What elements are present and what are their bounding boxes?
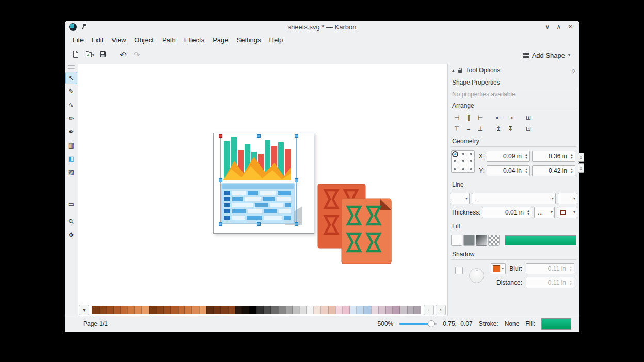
menu-view[interactable]: View: [107, 35, 130, 45]
palette-swatch[interactable]: [164, 306, 171, 314]
pan-tool[interactable]: ✥: [65, 228, 77, 241]
pencil-tool[interactable]: ✏: [65, 112, 77, 124]
join-style-combo[interactable]: ▾: [557, 207, 577, 218]
spin-down-icon[interactable]: ▾: [525, 156, 527, 159]
palette-swatch[interactable]: [285, 306, 293, 314]
spin-down-icon[interactable]: ▾: [525, 171, 527, 174]
line-end-marker-combo[interactable]: ▾: [558, 193, 577, 204]
palette-swatch[interactable]: [407, 306, 414, 314]
menu-object[interactable]: Object: [130, 35, 158, 45]
line-start-marker-combo[interactable]: ▾: [450, 193, 470, 204]
minimize-button[interactable]: ∨: [543, 23, 552, 31]
palette-swatch[interactable]: [206, 306, 214, 314]
fill-color-bar[interactable]: [505, 235, 576, 245]
palette-prev-button[interactable]: ‹: [424, 305, 434, 315]
redo-button[interactable]: ↷: [131, 48, 143, 62]
menu-edit[interactable]: Edit: [88, 35, 107, 45]
anchor-point[interactable]: [454, 160, 456, 162]
palette-next-button[interactable]: ›: [436, 305, 446, 315]
pattern-editing-tool[interactable]: ▦: [65, 139, 77, 151]
palette-swatch[interactable]: [178, 306, 185, 314]
anchor-point[interactable]: [462, 168, 464, 170]
palette-swatch[interactable]: [171, 306, 178, 314]
docker-collapse-icon[interactable]: ▴: [452, 68, 455, 73]
palette-swatch[interactable]: [393, 306, 400, 314]
docker-float-icon[interactable]: ◇: [571, 68, 575, 73]
fill-none-button[interactable]: [451, 235, 462, 246]
spin-arrows[interactable]: ▴▾: [525, 207, 532, 218]
palette-swatch[interactable]: [256, 306, 264, 314]
shadow-angle-dial[interactable]: [469, 268, 484, 283]
align-bottom-button[interactable]: ⊥: [475, 124, 486, 134]
thickness-spinbox[interactable]: 0.01 in ▴▾: [482, 207, 532, 218]
palette-swatch[interactable]: [321, 306, 328, 314]
palette-swatch[interactable]: [92, 306, 99, 314]
menu-settings[interactable]: Settings: [233, 35, 265, 45]
anchor-point[interactable]: [470, 168, 472, 170]
anchor-top-left-selected[interactable]: [452, 151, 458, 157]
sheets-document-image[interactable]: [317, 183, 392, 265]
width-spinbox[interactable]: 0.36 in ▴▾: [532, 151, 575, 162]
spin-down-icon[interactable]: ▾: [571, 156, 573, 159]
zoom-tool[interactable]: ⚲: [65, 215, 77, 227]
close-button[interactable]: ×: [566, 23, 574, 31]
titlebar[interactable]: sheets.svg * — Karbon ∨ ∧ ×: [65, 21, 579, 33]
open-recent-caret-icon[interactable]: ▾: [92, 53, 94, 57]
height-spinbox[interactable]: 0.42 in ▴▾: [532, 165, 575, 176]
align-left-button[interactable]: ⊣: [451, 112, 462, 123]
distribute-right-button[interactable]: ⇥: [505, 112, 516, 123]
palette-swatch[interactable]: [299, 306, 307, 314]
palette-swatch[interactable]: [414, 306, 421, 314]
palette-swatch[interactable]: [307, 306, 314, 314]
path-editing-tool[interactable]: ∿: [65, 98, 77, 111]
spin-down-icon[interactable]: ▾: [571, 171, 573, 174]
palette-swatch[interactable]: [400, 306, 407, 314]
spin-arrows[interactable]: ▴▾: [568, 264, 574, 274]
palette-swatch[interactable]: [214, 306, 221, 314]
docker-lock-icon[interactable]: [458, 70, 462, 73]
palette-swatch[interactable]: [135, 306, 142, 314]
spin-down-icon[interactable]: ▾: [570, 283, 572, 286]
palette-swatch[interactable]: [185, 306, 192, 314]
zoom-slider[interactable]: [399, 320, 437, 327]
link-position-button[interactable]: ∞: [578, 153, 584, 162]
palette-swatch[interactable]: [350, 306, 357, 314]
spin-arrows[interactable]: ▴▾: [523, 166, 529, 176]
group-objects-button[interactable]: ⊡: [523, 124, 534, 134]
palette-swatch[interactable]: [221, 306, 228, 314]
x-position-spinbox[interactable]: 0.09 in ▴▾: [487, 151, 530, 162]
anchor-point[interactable]: [462, 153, 464, 155]
fill-color-indicator[interactable]: [541, 318, 571, 330]
menu-file[interactable]: File: [69, 35, 88, 45]
calligraphy-tool[interactable]: ✒: [65, 125, 77, 138]
align-right-button[interactable]: ⊢: [475, 112, 486, 123]
freehand-path-tool[interactable]: ✎: [65, 85, 77, 97]
open-document-button[interactable]: ▾: [83, 48, 95, 62]
menu-effects[interactable]: Effects: [180, 35, 209, 45]
palette-swatch[interactable]: [156, 306, 164, 314]
add-shape-button[interactable]: Add Shape ▾: [519, 48, 574, 62]
anchor-point[interactable]: [470, 153, 472, 155]
align-hcenter-button[interactable]: ∥: [463, 112, 474, 123]
spin-arrows[interactable]: ▴▾: [568, 277, 574, 288]
callout-tool[interactable]: ▭: [65, 198, 77, 210]
save-button[interactable]: [96, 48, 109, 62]
align-vcenter-button[interactable]: =: [463, 124, 474, 134]
spin-arrows[interactable]: ▴▾: [569, 166, 575, 176]
palette-swatch[interactable]: [99, 306, 106, 314]
y-position-spinbox[interactable]: 0.04 in ▴▾: [487, 165, 530, 176]
spin-down-icon[interactable]: ▾: [570, 269, 572, 272]
palette-swatch[interactable]: [242, 306, 249, 314]
fill-pattern-button[interactable]: [488, 235, 500, 246]
palette-swatch[interactable]: [364, 306, 371, 314]
spin-arrows[interactable]: ▴▾: [523, 151, 529, 161]
shadow-enable-checkbox[interactable]: [455, 267, 463, 274]
canvas[interactable]: ▾ ‹ ›: [78, 64, 447, 316]
palette-swatch[interactable]: [192, 306, 199, 314]
page[interactable]: [213, 133, 314, 234]
docker-header[interactable]: ▴ Tool Options ◇: [448, 64, 579, 75]
palette-swatch[interactable]: [114, 306, 121, 314]
shadow-color-combo[interactable]: ▾: [491, 263, 506, 274]
undo-button[interactable]: ↶: [117, 48, 130, 62]
zoom-slider-knob[interactable]: [428, 320, 435, 327]
